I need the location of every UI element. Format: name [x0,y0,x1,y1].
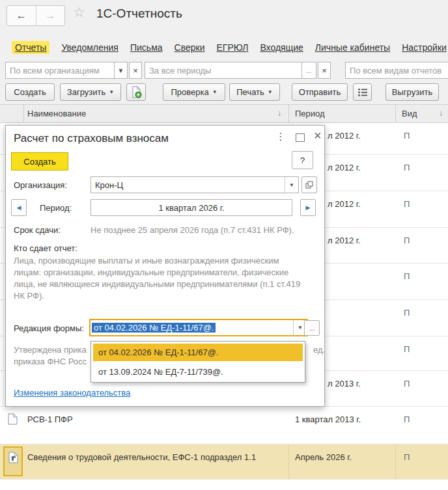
clear-period-button[interactable]: × [318,62,331,79]
form-edition-label: Редакция формы: [14,323,84,333]
column-divider [395,105,396,123]
row-vid: П [404,379,410,388]
period-filter: За все периоды ... × [145,62,331,79]
due-date-value: Не позднее 25 апреля 2026 года (п.7 ст.4… [91,225,294,235]
dropdown-option-selected[interactable]: от 04.02.2026 № ЕД-1-11/67@. [93,344,303,361]
open-organization-button[interactable] [301,176,317,193]
organization-filter-value: По всем организациям [6,66,114,75]
selected-icon-cell[interactable] [3,446,23,476]
who-submits-text: лицам: организации, индивидуальные предп… [14,267,288,277]
prev-arrow-icon: ◀ [17,204,21,211]
period-label: Период: [40,203,72,213]
report-type-filter-field[interactable]: По всем видам отчетов [345,62,448,79]
dialog-create-label: Создать [23,157,55,167]
period-filter-field[interactable]: За все периоды ... [145,62,316,79]
checklist-icon [357,88,368,97]
clear-organization-button[interactable]: × [129,62,142,79]
close-button[interactable]: × [314,128,322,143]
clear-icon: × [322,66,327,75]
maximize-button[interactable] [296,133,305,142]
tab-bar: Отчеты Уведомления Письма Сверки ЕГРЮЛ В… [0,39,448,56]
dialog-insurance-contributions: Расчет по страховым взносам ⋮ × Создать … [5,125,325,407]
back-icon: ← [16,10,27,21]
kebab-icon: ⋮ [276,131,286,142]
dialog-create-button[interactable]: Создать [11,152,68,170]
next-period-button[interactable]: ▶ [300,199,316,216]
dropdown-arrow-icon[interactable]: ▼ [285,177,298,193]
history-nav: ← → [7,5,65,26]
dropdown-arrow-icon[interactable]: ▼ [114,62,127,78]
row-name: Сведения о трудовой деятельности, ЕФС-1 … [27,452,256,462]
who-submits-text: Лица, производящие выплаты и иные вознаг… [14,256,279,265]
tab-reconciliations[interactable]: Сверки [175,42,205,53]
row-period: 1 квартал 2013 г. [295,415,361,424]
page-title: 1С-Отчетность [96,7,182,21]
table-row-efs1-selected[interactable]: Сведения о трудовой деятельности, ЕФС-1 … [0,444,448,480]
next-arrow-icon: ▶ [306,204,311,211]
help-button[interactable]: ? [292,151,313,169]
who-submits-label: Кто сдает отчет: [14,243,77,253]
dropdown-arrow-icon: ▼ [212,89,217,95]
send-button[interactable]: Отправить [292,83,348,101]
column-divider [395,444,396,479]
tab-personal-accounts[interactable]: Личные кабинеты [315,42,390,53]
dropdown-option[interactable]: от 13.09.2024 № ЕД-7-11/739@. [93,363,303,381]
print-button[interactable]: Печать▼ [229,83,280,101]
check-button[interactable]: Проверка▼ [163,83,225,101]
law-changes-link[interactable]: Изменения законодательства [14,388,130,398]
row-vid: П [404,199,410,209]
form-edition-value: от 04.02.2026 № ЕД-1-11/67@. [92,323,216,333]
clear-icon: × [133,66,138,75]
back-button[interactable]: ← [7,6,36,25]
checklist-button[interactable] [353,83,372,101]
ellipsis-icon[interactable]: ... [301,62,316,78]
row-vid: П [404,452,410,462]
row-vid: П [404,271,410,281]
column-header-period[interactable]: Период [295,109,325,118]
organization-combo[interactable]: Крон-Ц ▼ [91,176,299,193]
report-type-filter-value: По всем видам отчетов [346,66,445,75]
form-edition-more-button[interactable]: ... [304,320,320,336]
row-vid: П [404,308,410,318]
tab-egrul[interactable]: ЕГРЮЛ [216,42,248,53]
dropdown-arrow-icon: ▼ [109,89,114,95]
period-filter-value: За все периоды [145,66,301,75]
approved-text-fragment: ед. [313,345,325,355]
close-icon: × [314,128,322,143]
approved-text-fragment: приказа ФНС Росс [14,357,87,366]
tab-inbox[interactable]: Входящие [260,42,303,53]
row-vid: П [404,163,410,172]
load-button[interactable]: Загрузить▼ [60,83,121,101]
previous-period-button[interactable]: ◀ [11,199,27,216]
period-field[interactable]: 1 квартал 2026 г. [91,199,292,216]
create-from-file-button[interactable] [126,83,146,101]
forward-button[interactable]: → [36,6,65,25]
form-edition-combo[interactable]: от 04.02.2026 № ЕД-1-11/67@. ▼ [89,319,308,336]
favorite-star-icon[interactable]: ☆ [73,5,85,20]
sort-down-icon: ↓ [439,109,443,118]
column-divider [288,105,289,123]
column-header-name[interactable]: Наименование [27,109,86,118]
table-header: Наименование ↓ Период Вид ↓ [0,104,448,123]
due-date-label: Срок сдачи: [14,225,61,235]
organization-filter-field[interactable]: По всем организациям ▼ [5,62,128,79]
tab-notifications[interactable]: Уведомления [61,42,119,53]
row-vid: П [404,415,410,424]
tab-letters[interactable]: Письма [130,42,163,53]
table-row-rsv1[interactable]: РСВ-1 ПФР 1 квартал 2013 г. П [0,407,448,444]
send-button-label: Отправить [299,87,341,97]
export-button[interactable]: Выгрузить [385,83,439,101]
column-header-vid[interactable]: Вид [402,109,417,118]
tab-settings[interactable]: Настройки [402,42,447,53]
organization-value: Крон-Ц [91,180,285,190]
ellipsis-icon: ... [309,324,315,332]
create-button[interactable]: Создать [5,83,55,101]
row-period: л 2013 г. [328,379,361,388]
row-vid: П [404,131,410,141]
tab-reports[interactable]: Отчеты [12,41,49,54]
document-edit-icon [8,452,18,463]
create-button-label: Создать [14,87,46,97]
who-submits-text: лица, не являющиеся индивидуальными пред… [14,279,300,289]
who-submits-text: НК РФ). [14,291,44,301]
more-menu-button[interactable]: ⋮ [275,131,286,143]
